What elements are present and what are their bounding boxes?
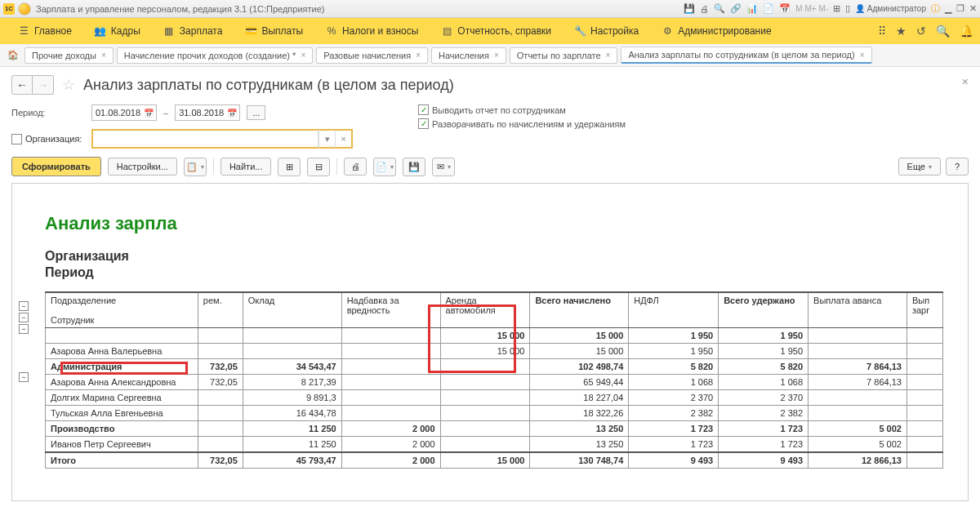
minimize-icon[interactable]: ▁	[945, 3, 951, 14]
tab-5[interactable]: Анализ зарплаты по сотрудникам (в целом …	[621, 47, 871, 64]
tab-close-icon[interactable]: ×	[101, 51, 106, 60]
menu-zarplata[interactable]: ▦Зарплата	[152, 18, 234, 44]
titlebar: 1C Зарплата и управление персоналом, ред…	[0, 0, 980, 18]
mail-button[interactable]: ✉▾	[432, 158, 455, 176]
org-label: Организация:	[25, 134, 82, 144]
sheet-icon[interactable]: 📄	[763, 3, 774, 14]
link-icon[interactable]: 🔗	[730, 3, 742, 14]
tab-close-icon[interactable]: ×	[301, 51, 305, 60]
settings-button[interactable]: Настройки...	[108, 158, 177, 176]
calendar-icon[interactable]: 📅	[144, 109, 154, 118]
find-button[interactable]: Найти...	[220, 158, 272, 176]
app-logo: 1C	[3, 3, 15, 15]
chk-expand[interactable]: ✓	[418, 118, 429, 129]
page-content: × ← → ☆ Анализ зарплаты по сотрудникам (…	[0, 67, 980, 509]
save-icon[interactable]: 💾	[684, 3, 695, 14]
page-button[interactable]: 📄▾	[373, 158, 396, 176]
close-icon[interactable]: ✕	[969, 3, 977, 14]
period-label: Период:	[11, 108, 85, 118]
tab-3[interactable]: Начисления×	[431, 47, 506, 64]
tab-1[interactable]: Начисление прочих доходов (создание) *×	[117, 47, 313, 64]
menu-admin[interactable]: ⚙Администрирование	[650, 18, 782, 44]
highlight-box-arenda	[428, 304, 516, 373]
table-row[interactable]: Долгих Марина Сергеевна9 891,318 227,042…	[46, 390, 943, 406]
expand-button[interactable]: ⊞	[278, 158, 301, 176]
report-org-label: Организация	[45, 249, 951, 264]
collapse-button[interactable]: ⊟	[307, 158, 330, 176]
table-row[interactable]: Производство11 2502 00013 2501 7231 7235…	[46, 421, 943, 437]
help-button[interactable]: ?	[946, 158, 969, 176]
favorite-star-icon[interactable]: ☆	[62, 76, 75, 94]
toolbar: Сформировать Настройки... 📋▾ Найти... ⊞ …	[11, 157, 969, 176]
table-total-row: Итого732,0545 793,472 00015 000130 748,7…	[46, 452, 943, 469]
menu-vyplaty[interactable]: 💳Выплаты	[234, 18, 314, 44]
maximize-icon[interactable]: ❐	[956, 3, 964, 14]
tab-close-icon[interactable]: ×	[606, 51, 611, 60]
home-button[interactable]: 🏠	[3, 46, 23, 65]
nav-back-button[interactable]: ←	[11, 75, 33, 95]
print-icon[interactable]: 🖨	[700, 4, 709, 14]
wallet-icon: 💳	[245, 25, 256, 37]
tab-close-icon[interactable]: ×	[494, 51, 499, 60]
search-icon[interactable]: 🔍	[936, 24, 950, 38]
chk-employees-label: Выводить отчет по сотрудникам	[432, 105, 566, 115]
m-icon[interactable]: M M+ M-	[795, 4, 828, 13]
table-row[interactable]: Тульская Алла Евгеньевна16 434,7818 322,…	[46, 406, 943, 421]
menu-kadry[interactable]: 👥Кадры	[83, 18, 152, 44]
more-button[interactable]: Еще▾	[898, 158, 941, 176]
org-input[interactable]: ▾ ×	[91, 129, 353, 149]
tab-0[interactable]: Прочие доходы×	[24, 47, 114, 64]
org-dropdown-icon[interactable]: ▾	[318, 130, 335, 148]
print-button[interactable]: 🖨	[344, 158, 367, 176]
preview-icon[interactable]: 🔍	[714, 3, 725, 14]
variant-button[interactable]: 📋▾	[184, 158, 207, 176]
chk-expand-label: Разворачивать по начислениям и удержания…	[432, 119, 626, 129]
table-row[interactable]: Иванов Петр Сергеевич11 2502 00013 2501 …	[46, 437, 943, 453]
table-row[interactable]: Азарова Анна Александровна732,058 217,39…	[46, 375, 943, 390]
org-checkbox[interactable]: ✓	[11, 134, 22, 144]
bell-icon[interactable]: 🔔	[960, 24, 973, 38]
nav-fwd-button[interactable]: →	[33, 75, 54, 95]
calc-icon[interactable]: 📊	[746, 3, 758, 14]
gear-icon: ⚙	[662, 25, 673, 37]
book-icon[interactable]: ▯	[845, 3, 850, 14]
tab-2[interactable]: Разовые начисления×	[316, 47, 428, 64]
disk-button[interactable]: 💾	[403, 158, 425, 176]
org-clear-icon[interactable]: ×	[335, 130, 351, 148]
wrench-icon: 🔧	[574, 25, 586, 37]
date-from-input[interactable]: 01.08.2018📅	[91, 104, 157, 121]
menu-burger[interactable]: ☰Главное	[7, 18, 83, 44]
tree-toggle-icon[interactable]: −	[19, 372, 29, 382]
chk-employees[interactable]: ✓	[418, 104, 429, 115]
report-title: Анализ зарпла	[45, 213, 951, 234]
info-icon[interactable]: ⓘ	[931, 2, 940, 15]
report-area[interactable]: Анализ зарпла Организация Период Подразд…	[11, 183, 969, 501]
dash: –	[163, 108, 168, 118]
report-period-label: Период	[45, 265, 951, 280]
doc-icon: ▤	[441, 25, 452, 37]
fav-star-icon[interactable]: ★	[896, 24, 906, 38]
tree-toggle-icon[interactable]: −	[19, 301, 29, 311]
calendar-icon[interactable]: 📅	[779, 3, 791, 14]
org-field[interactable]	[93, 134, 318, 144]
tab-close-icon[interactable]: ×	[860, 51, 865, 60]
menu-nalogi[interactable]: %Налоги и взносы	[314, 18, 430, 44]
period-picker-button[interactable]: ...	[247, 105, 265, 120]
percent-icon: %	[326, 25, 337, 37]
user-label[interactable]: 👤 Администратор	[855, 4, 926, 13]
tab-4[interactable]: Отчеты по зарплате×	[510, 47, 618, 64]
close-page-icon[interactable]: ×	[962, 75, 969, 88]
orb-icon[interactable]	[18, 2, 31, 16]
tab-close-icon[interactable]: ×	[416, 51, 421, 60]
tree-toggle-icon[interactable]: −	[19, 324, 29, 334]
calendar-icon[interactable]: 📅	[227, 109, 237, 118]
apps-icon[interactable]: ⠿	[878, 24, 886, 38]
menu-settings[interactable]: 🔧Настройка	[563, 18, 650, 44]
menu-reports[interactable]: ▤Отчетность, справки	[430, 18, 563, 44]
main-menu: ☰Главное 👥Кадры ▦Зарплата 💳Выплаты %Нало…	[0, 18, 980, 44]
tree-toggle-icon[interactable]: −	[19, 313, 29, 322]
date-to-input[interactable]: 31.08.2018📅	[175, 104, 240, 121]
opts-icon[interactable]: ⊞	[833, 3, 840, 14]
generate-button[interactable]: Сформировать	[11, 157, 101, 176]
history-icon[interactable]: ↺	[916, 24, 926, 38]
